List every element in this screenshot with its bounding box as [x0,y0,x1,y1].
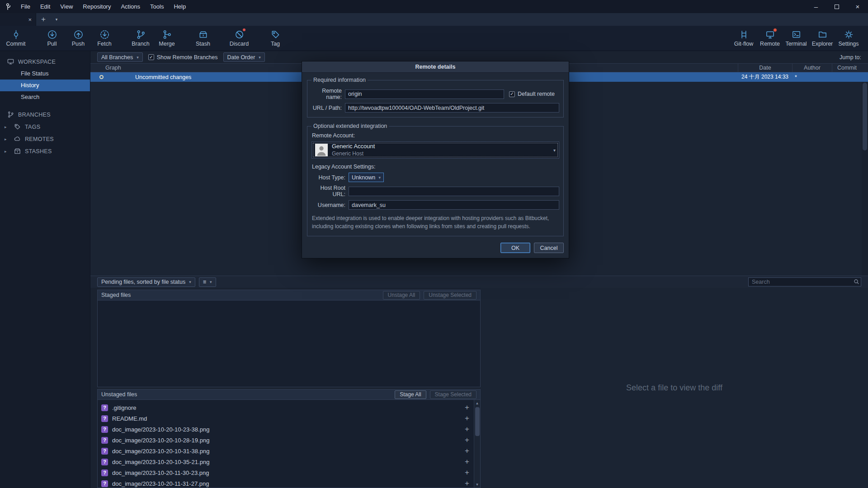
chevron-right-icon: ▸ [5,149,10,154]
staged-files-header: Staged files Unstage All Unstage Selecte… [97,290,481,300]
remote-name-input[interactable] [345,89,504,99]
tag-button[interactable]: Tag [262,27,288,50]
remote-account-select[interactable]: Generic Account Generic Host ▾ [311,141,559,159]
fetch-button[interactable]: Fetch [91,27,118,50]
remote-name-label: Remote name: [311,88,345,100]
unstage-all-button[interactable]: Unstage All [383,291,420,300]
new-tab-button[interactable]: + [36,13,51,26]
file-name: .gitignore [112,404,461,411]
file-name: doc_image/2023-10-20-10-23-38.png [112,426,461,433]
file-row[interactable]: ? doc_image/2023-10-20-10-23-38.png + [98,424,474,435]
scroll-down-icon[interactable]: ▼ [476,481,479,488]
minimize-icon: – [814,3,818,10]
host-type-select[interactable]: Unknown ▾ [349,173,384,182]
host-root-url-input[interactable] [349,187,559,196]
untracked-status-icon: ? [101,480,108,487]
explorer-button[interactable]: Explorer [809,27,835,50]
menu-item[interactable]: Edit [35,3,55,10]
file-row[interactable]: ? .gitignore + [98,402,474,413]
stage-file-button[interactable]: + [465,425,470,434]
stage-file-button[interactable]: + [465,457,470,466]
history-scrollbar[interactable] [862,82,868,276]
sidebar-item-search[interactable]: Search [0,91,90,103]
tab-list-button[interactable]: ▾ [51,13,62,26]
maximize-button[interactable] [826,0,847,13]
sidebar-item-file-status[interactable]: File Status [0,68,90,80]
date-order-dropdown[interactable]: Date Order ▾ [223,52,265,62]
account-avatar [315,144,328,156]
explorer-icon [818,30,827,39]
menu-item[interactable]: File [16,3,35,10]
stage-file-button[interactable]: + [465,436,470,445]
merge-button[interactable]: Merge [154,27,180,50]
scroll-thumb[interactable] [863,83,867,150]
sidebar-section-stashes[interactable]: ▸ STASHES [0,145,90,157]
username-input[interactable] [349,200,559,210]
discard-button[interactable]: Discard [226,27,252,50]
menu-item[interactable]: Help [169,3,191,10]
ok-button[interactable]: OK [500,243,530,253]
search-input[interactable] [748,277,861,286]
remote-button[interactable]: Remote [757,27,783,50]
file-row[interactable]: ? doc_image/2023-10-20-10-28-19.png + [98,435,474,446]
file-status-panel: Staged files Unstage All Unstage Selecte… [97,288,481,488]
sidebar-section-workspace[interactable]: WORKSPACE [0,56,90,68]
stage-file-button[interactable]: + [465,414,470,423]
stage-selected-button[interactable]: Stage Selected [430,390,476,399]
settings-button[interactable]: Settings [835,27,862,50]
file-row[interactable]: ? doc_image/2023-10-20-11-31-27.png + [98,478,474,488]
gitflow-button[interactable]: Git-flow [731,27,757,50]
branch-icon [7,111,14,118]
sidebar-section-branches[interactable]: BRANCHES [0,108,90,121]
file-row[interactable]: ? doc_image/2023-10-20-10-31-38.png + [98,446,474,456]
menu-item[interactable]: View [55,3,78,10]
menu-item[interactable]: Tools [145,3,169,10]
view-options-dropdown[interactable]: ≡ ▾ [199,277,216,287]
stage-file-button[interactable]: + [465,468,470,477]
optional-integration-legend: Optional extended integration [311,123,389,129]
scroll-thumb[interactable] [475,407,480,436]
sidebar-section-remotes[interactable]: ▸ REMOTES [0,133,90,145]
stage-file-button[interactable]: + [465,446,470,455]
stage-all-button[interactable]: Stage All [395,390,426,399]
unstaged-file-list: ? .gitignore + ? README.md + [98,400,474,488]
jump-to-label: Jump to: [840,54,861,61]
column-header-commit[interactable]: Commit [832,64,862,72]
show-remote-branches-checkbox[interactable]: ✓ Show Remote Branches [148,54,218,61]
unstage-selected-button[interactable]: Unstage Selected [424,291,476,300]
stage-file-button[interactable]: + [465,403,470,412]
push-button[interactable]: Push [65,27,91,50]
stage-file-button[interactable]: + [465,479,470,488]
menu-item[interactable]: Actions [116,3,145,10]
menu-item[interactable]: Repository [78,3,116,10]
search-icon [854,279,859,285]
discard-icon [235,30,244,39]
scroll-up-icon[interactable]: ▲ [476,400,479,406]
column-header-author[interactable]: Author [792,64,832,72]
pending-filter-dropdown[interactable]: Pending files, sorted by file status ▾ [97,277,195,287]
file-row[interactable]: ? README.md + [98,413,474,424]
branch-button[interactable]: Branch [127,27,154,50]
tab-close-icon[interactable]: × [28,16,32,23]
url-path-input[interactable] [345,103,559,113]
integration-description: Extended integration is used to enable d… [312,214,559,230]
column-header-date[interactable]: Date [738,64,792,72]
pull-button[interactable]: Pull [39,27,65,50]
sidebar-item-history[interactable]: History [0,80,90,91]
file-row[interactable]: ? doc_image/2023-10-20-11-30-23.png + [98,467,474,478]
unstaged-files-header: Unstaged files Stage All Stage Selected [97,389,481,400]
minimize-button[interactable]: – [806,0,826,13]
sidebar-section-tags[interactable]: ▸ TAGS [0,121,90,133]
stash-button[interactable]: Stash [190,27,216,50]
staged-files-title: Staged files [101,292,131,298]
file-row[interactable]: ? doc_image/2023-10-20-10-35-21.png + [98,456,474,467]
cancel-button[interactable]: Cancel [534,243,564,253]
close-button[interactable]: × [847,0,868,13]
commit-button[interactable]: Commit [3,27,29,50]
branches-filter-dropdown[interactable]: All Branches ▾ [97,52,143,62]
terminal-button[interactable]: Terminal [783,27,809,50]
default-remote-checkbox[interactable]: ✓ Default remote [509,91,555,97]
files-scrollbar[interactable]: ▲ ▼ [474,400,480,488]
repo-tab[interactable]: × [0,13,36,26]
unstaged-files-area: ? .gitignore + ? README.md + [97,400,481,488]
